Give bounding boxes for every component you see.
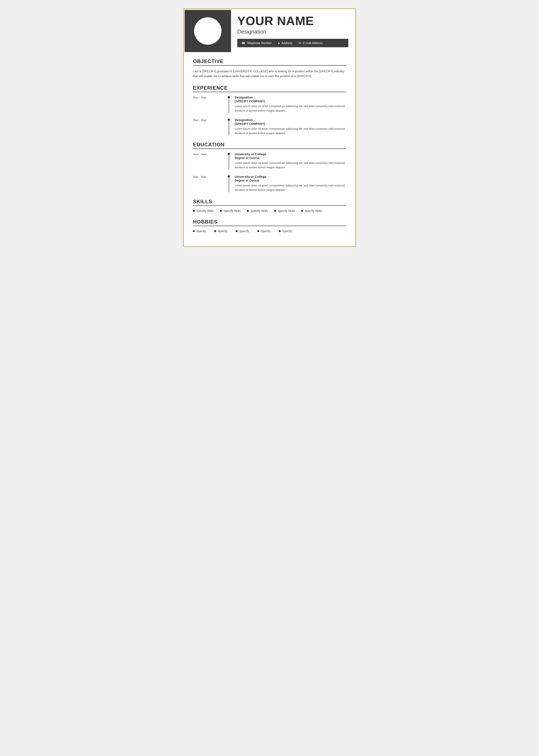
exp-designation-2: Designation (235, 118, 346, 122)
hobby-dot-3 (236, 230, 238, 232)
experience-title: EXPERIENCE (193, 85, 346, 92)
exp-years-1: Year - Year (193, 96, 227, 113)
skill-dot-2 (220, 210, 222, 212)
hobbies-list: Specify Specify Specify Specify (193, 230, 346, 233)
education-section: EDUCATION Year - Year University or Coll… (193, 142, 346, 192)
email-contact: ✉ E-mail Address (299, 41, 323, 45)
skill-dot-4 (274, 210, 276, 212)
skill-item-2: Specify Skills (220, 209, 241, 213)
profile-photo-placeholder (194, 17, 221, 45)
edu-years-1: Year - Year (193, 152, 227, 170)
edu-institution-1: University or College (235, 152, 346, 156)
resume-document: YOUR NAME Designation ☎ Telephone Number… (185, 10, 354, 245)
exp-body-1: Designation [SPECIFY COMPANY] Lorem ipsu… (231, 96, 346, 113)
address-text: Address (281, 41, 292, 45)
edu-dot-1 (228, 153, 230, 155)
resume-border: YOUR NAME Designation ☎ Telephone Number… (183, 8, 356, 247)
skill-dot-3 (247, 210, 249, 212)
exp-designation-1: Designation (235, 96, 346, 99)
edu-line-2 (229, 177, 229, 192)
edu-desc-1: Lorem ipsum dolor sit amet, consectetuer… (235, 161, 346, 170)
contact-bar: ☎ Telephone Number ● Address ✉ E-mail Ad… (237, 39, 348, 47)
exp-connector-1 (227, 96, 231, 113)
skill-item-3: Specify Skills (247, 209, 268, 213)
skills-title: SKILLS (193, 199, 346, 206)
skill-item-5: Specify Skills (301, 209, 322, 213)
email-icon: ✉ (299, 41, 301, 45)
objective-section: OBJECTIVE I am a [SPECIFY] graduate of [… (193, 58, 346, 79)
hobbies-title: HOBBIES (193, 219, 346, 226)
exp-connector-2 (227, 118, 231, 136)
phone-icon: ☎ (242, 41, 245, 45)
header-info: YOUR NAME Designation ☎ Telephone Number… (231, 10, 354, 52)
experience-item-2: Year - Year Designation [SPECIFY COMPANY… (193, 118, 346, 136)
objective-text: I am a [SPECIFY] graduate of [UNIVERSITY… (193, 69, 346, 79)
main-content: OBJECTIVE I am a [SPECIFY] graduate of [… (185, 52, 354, 245)
skill-dot-5 (301, 210, 303, 212)
candidate-name: YOUR NAME (237, 14, 348, 28)
edu-connector-1 (227, 152, 231, 170)
hobby-item-3: Specify (236, 230, 249, 233)
hobby-item-5: Specify (279, 230, 292, 233)
exp-body-2: Designation [SPECIFY COMPANY] Lorem ipsu… (231, 118, 346, 136)
phone-text: Telephone Number (247, 41, 272, 45)
hobby-dot-4 (257, 230, 259, 232)
exp-company-2: [SPECIFY COMPANY] (235, 122, 346, 125)
hobby-dot-1 (193, 230, 195, 232)
exp-line-2 (229, 121, 229, 136)
edu-degree-2: Degree or Course (235, 179, 346, 182)
edu-body-1: University or College Degree or Course L… (231, 152, 346, 170)
photo-section (185, 10, 231, 52)
exp-dot-2 (228, 119, 230, 121)
hobby-item-2: Specify (214, 230, 227, 233)
hobbies-section: HOBBIES Specify Specify Specify (193, 219, 346, 233)
edu-institution-2: University or College (235, 175, 346, 178)
exp-line-1 (229, 98, 229, 113)
experience-section: EXPERIENCE Year - Year Designation [SPEC… (193, 85, 346, 135)
objective-title: OBJECTIVE (193, 58, 346, 66)
hobby-dot-5 (279, 230, 280, 232)
education-title: EDUCATION (193, 142, 346, 149)
skill-item-4: Specify Skills (274, 209, 295, 213)
email-text: E-mail Address (303, 41, 323, 45)
exp-years-2: Year - Year (193, 118, 227, 136)
skills-list: Specify Skills Specify Skills Specify Sk… (193, 209, 346, 213)
exp-company-1: [SPECIFY COMPANY] (235, 100, 346, 103)
edu-line-1 (229, 155, 229, 170)
edu-degree-1: Degree or Course (235, 156, 346, 160)
hobby-item-1: Specify (193, 230, 206, 233)
hobby-item-4: Specify (257, 230, 270, 233)
skills-section: SKILLS Specify Skills Specify Skills Spe… (193, 199, 346, 213)
skill-dot-1 (193, 210, 195, 212)
skill-item-1: Specify Skills (193, 209, 214, 213)
education-item-2: Year - Year University or College Degree… (193, 175, 346, 192)
exp-dot-1 (228, 96, 230, 98)
edu-years-2: Year - Year (193, 175, 227, 192)
experience-item-1: Year - Year Designation [SPECIFY COMPANY… (193, 96, 346, 113)
edu-connector-2 (227, 175, 231, 192)
exp-desc-1: Lorem ipsum dolor sit amet, consectetuer… (235, 104, 346, 113)
education-item-1: Year - Year University or College Degree… (193, 152, 346, 170)
exp-desc-2: Lorem ipsum dolor sit amet, consectetuer… (235, 127, 346, 136)
hobby-dot-2 (214, 230, 216, 232)
location-icon: ● (278, 41, 280, 45)
resume-header: YOUR NAME Designation ☎ Telephone Number… (185, 10, 354, 52)
edu-body-2: University or College Degree or Course L… (231, 175, 346, 192)
candidate-designation: Designation (237, 29, 348, 35)
edu-desc-2: Lorem ipsum dolor sit amet, consectetuer… (235, 183, 346, 192)
phone-contact: ☎ Telephone Number (242, 41, 272, 45)
edu-dot-2 (228, 175, 230, 177)
address-contact: ● Address (278, 41, 292, 45)
